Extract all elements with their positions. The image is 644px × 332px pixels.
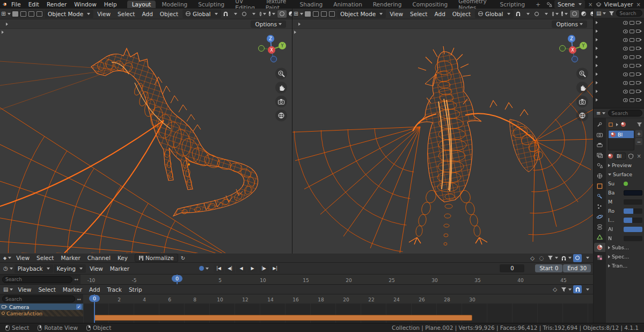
viewlayer-properties-tab[interactable] xyxy=(594,151,605,160)
viewport-mode-icons[interactable] xyxy=(303,10,336,18)
previous-keyframe-button[interactable]: ◀| xyxy=(225,264,235,272)
onion-skin-icon[interactable]: ◌ xyxy=(537,254,546,262)
snap-toggle[interactable] xyxy=(514,10,523,18)
proportional-dropdown[interactable] xyxy=(249,10,258,18)
menu-channel[interactable]: Channel xyxy=(84,254,114,262)
physics-properties-tab[interactable] xyxy=(594,212,605,221)
outliner-row[interactable] xyxy=(594,70,644,78)
specular-section-header[interactable]: Spec... xyxy=(608,252,642,261)
camera-view-button[interactable] xyxy=(275,96,287,107)
unlink-material-button[interactable]: × xyxy=(636,153,642,159)
disable-render-icon[interactable] xyxy=(636,90,640,93)
metallic-slider[interactable] xyxy=(624,199,642,205)
base-color-swatch[interactable] xyxy=(624,190,642,196)
properties-search-input[interactable] xyxy=(608,110,642,117)
editor-type-button[interactable]: ◷ xyxy=(2,264,14,272)
output-properties-tab[interactable] xyxy=(594,141,605,150)
hide-eye-icon[interactable] xyxy=(623,98,628,102)
options-button[interactable]: Options xyxy=(552,20,587,28)
next-keyframe-button[interactable]: |▶ xyxy=(259,264,269,272)
outliner-row[interactable] xyxy=(594,18,644,27)
viewport-left-canvas[interactable]: Z Y X xyxy=(0,29,292,253)
disable-render-icon[interactable] xyxy=(636,73,640,76)
material-name-field[interactable]: Bl xyxy=(614,153,626,160)
tool-tab[interactable] xyxy=(594,120,605,129)
material-slot-selected[interactable]: Bl xyxy=(609,131,634,138)
disable-viewport-icon[interactable] xyxy=(630,81,634,85)
modifier-properties-tab[interactable] xyxy=(594,192,605,201)
menu-select[interactable]: Select xyxy=(407,10,430,18)
disable-render-icon[interactable] xyxy=(636,64,640,67)
proportional-dropdown[interactable] xyxy=(541,10,550,18)
snap-dropdown[interactable] xyxy=(523,10,532,18)
menu-marker[interactable]: Marker xyxy=(60,286,85,293)
menu-add[interactable]: Add xyxy=(431,10,448,18)
jump-to-start-button[interactable]: |◀ xyxy=(214,264,224,272)
shading-wireframe-button[interactable] xyxy=(570,10,579,18)
tab-animation[interactable]: Animation xyxy=(328,1,367,8)
filter-icon[interactable] xyxy=(609,11,614,16)
menu-marker[interactable]: Marker xyxy=(107,265,133,272)
object-mode-dropdown[interactable]: Object Mode xyxy=(337,10,386,18)
menu-marker[interactable]: Marker xyxy=(57,254,83,262)
alpha-slider[interactable] xyxy=(624,227,642,232)
menu-view[interactable]: View xyxy=(86,265,106,272)
menu-window[interactable]: Window xyxy=(71,1,99,8)
disable-render-icon[interactable] xyxy=(636,21,640,24)
view-axis-gizmo[interactable]: Z Y X xyxy=(257,33,287,63)
hide-eye-icon[interactable] xyxy=(623,81,628,85)
disable-render-icon[interactable] xyxy=(636,98,640,102)
menu-track[interactable]: Track xyxy=(104,286,125,293)
expand-icon[interactable] xyxy=(596,64,598,67)
disable-render-icon[interactable] xyxy=(636,81,640,84)
remove-slot-button[interactable]: − xyxy=(635,138,642,145)
view-axis-gizmo[interactable]: Z Y X xyxy=(558,33,588,63)
refresh-icon[interactable]: ↻ xyxy=(179,254,187,262)
shader-node-dot[interactable] xyxy=(624,182,628,186)
roughness-slider[interactable] xyxy=(624,208,642,214)
outliner-row[interactable] xyxy=(594,87,644,96)
key-diamond-icon[interactable]: ◇ xyxy=(528,254,537,262)
expand-width-icon[interactable]: ↔ xyxy=(74,277,78,282)
key-diamond-icon[interactable]: ◇ xyxy=(551,285,559,293)
outliner-row[interactable] xyxy=(594,27,644,35)
tab-layout[interactable]: Layout xyxy=(127,1,156,8)
pan-button[interactable] xyxy=(576,82,588,93)
viewlayer-unlink-button[interactable]: × xyxy=(635,2,642,8)
shading-wireframe-button[interactable] xyxy=(277,10,287,18)
scene-properties-tab[interactable] xyxy=(594,161,605,170)
hide-eye-icon[interactable] xyxy=(623,30,628,33)
expand-icon[interactable] xyxy=(596,30,598,33)
object-icon[interactable] xyxy=(608,122,613,127)
hide-eye-icon[interactable] xyxy=(623,55,628,59)
proportional-edit-toggle[interactable] xyxy=(532,10,541,18)
jump-to-end-button[interactable]: ▶| xyxy=(270,264,280,272)
nla-ruler[interactable]: 0 2 4 6 8 10 12 14 16 18 20 22 24 26 28 … xyxy=(83,294,593,304)
gizmos-toggle[interactable] xyxy=(259,10,267,18)
auto-keying-toggle[interactable] xyxy=(198,264,210,272)
menu-add[interactable]: Add xyxy=(138,10,156,18)
disable-viewport-icon[interactable] xyxy=(630,47,634,50)
hide-eye-icon[interactable] xyxy=(623,64,628,68)
dopesheet-ruler[interactable]: -10 -5 5 10 15 20 25 30 35 40 45 0 xyxy=(80,275,593,284)
shading-solid-button[interactable] xyxy=(579,10,588,18)
nla-action-strip[interactable] xyxy=(94,315,472,321)
snap-toggle[interactable] xyxy=(573,285,582,293)
outliner-row[interactable] xyxy=(594,44,644,53)
disable-viewport-icon[interactable] xyxy=(630,30,634,33)
normalize-toggle[interactable]: Normalize xyxy=(135,254,178,262)
menu-object[interactable]: Object xyxy=(157,10,181,18)
menu-view[interactable]: View xyxy=(13,254,33,262)
active-tool-icon[interactable] xyxy=(295,20,304,28)
browse-material-icon[interactable] xyxy=(608,154,613,158)
tab-scripting[interactable]: Scripting xyxy=(495,1,530,8)
camera-view-button[interactable] xyxy=(576,96,588,107)
menu-add[interactable]: Add xyxy=(86,286,103,293)
disable-viewport-icon[interactable] xyxy=(630,38,634,42)
outliner-row[interactable] xyxy=(594,78,644,87)
editor-type-button[interactable]: ≡ xyxy=(595,109,606,117)
snap-dropdown[interactable] xyxy=(231,10,239,18)
snap-dropdown[interactable] xyxy=(560,254,573,262)
play-button[interactable]: ▶ xyxy=(247,264,258,272)
overlays-toggle[interactable] xyxy=(268,10,276,18)
